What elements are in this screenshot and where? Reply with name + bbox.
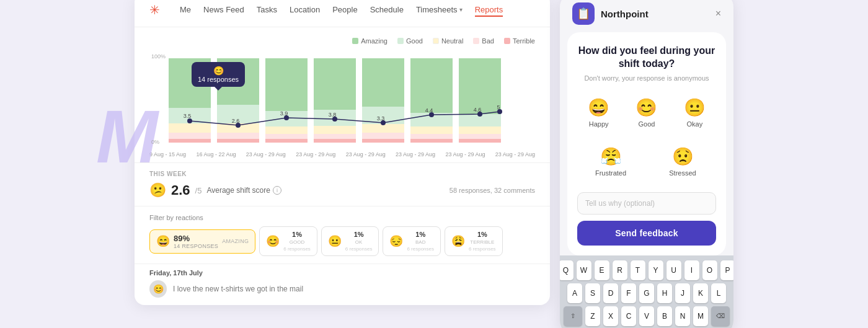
tell-why-input[interactable]: Tell us why (optional)	[577, 192, 716, 215]
svg-text:0%: 0%	[151, 139, 159, 145]
emoji-happy-label: Happy	[589, 120, 609, 128]
emoji-okay[interactable]: 😐 Okay	[673, 92, 716, 133]
reaction-good-pct: 1%	[292, 231, 302, 238]
nav-news-feed[interactable]: News Feed	[203, 2, 244, 17]
svg-rect-11	[217, 139, 259, 143]
reaction-good[interactable]: 😊 1% GOOD 6 responses	[259, 226, 317, 256]
reaction-bad[interactable]: 😔 1% BAD 6 responses	[383, 226, 441, 256]
key-i[interactable]: I	[684, 260, 699, 280]
reaction-good-type: GOOD	[290, 239, 304, 245]
date-label: Friday, 17th July	[149, 269, 535, 277]
key-f[interactable]: F	[621, 283, 636, 303]
key-h[interactable]: H	[657, 283, 672, 303]
key-y[interactable]: Y	[649, 260, 663, 280]
svg-rect-32	[459, 58, 501, 114]
this-week-section: THIS WEEK 😕 2.6 /5 Average shift score i…	[135, 162, 550, 206]
key-j[interactable]: J	[675, 283, 690, 303]
svg-text:3.9: 3.9	[280, 110, 288, 117]
nav-tasks[interactable]: Tasks	[257, 2, 277, 17]
key-d[interactable]: D	[603, 283, 618, 303]
send-feedback-button[interactable]: Send feedback	[577, 221, 716, 246]
emoji-good[interactable]: 😊 Good	[625, 92, 668, 133]
score-responses: 58 responses, 32 comments	[450, 187, 535, 194]
emoji-options-row1: 😄 Happy 😊 Good 😐 Okay	[577, 92, 716, 133]
reaction-terrible[interactable]: 😩 1% TERRIBLE 6 responses	[445, 226, 503, 256]
key-o[interactable]: O	[702, 260, 717, 280]
keyboard: Q W E R T Y U I O P A S D F G H J K L	[560, 255, 733, 328]
reaction-terrible-pct: 1%	[477, 231, 487, 238]
nav-bar: ✳ Me News Feed Tasks Location People Sch…	[135, 0, 550, 27]
close-button[interactable]: ×	[715, 9, 721, 19]
key-q[interactable]: Q	[560, 260, 574, 280]
chart-area: Amazing Good Neutral Bad Terrible	[135, 27, 550, 162]
legend-bad-dot	[473, 38, 479, 44]
key-z[interactable]: Z	[585, 306, 600, 326]
key-v[interactable]: V	[639, 306, 654, 326]
reaction-amazing-info: 89% 14 responses	[174, 234, 218, 249]
svg-rect-22	[362, 58, 404, 107]
key-k[interactable]: K	[693, 283, 708, 303]
score-label: Average shift score i	[206, 186, 281, 195]
svg-rect-6	[169, 139, 211, 143]
svg-point-37	[187, 118, 192, 123]
reaction-bad-type: BAD	[415, 239, 425, 245]
reaction-ok[interactable]: 😐 1% OK 6 responses	[321, 226, 379, 256]
key-backspace[interactable]: ⌫	[711, 306, 730, 326]
key-x[interactable]: X	[603, 306, 618, 326]
nav-schedule[interactable]: Schedule	[370, 2, 404, 17]
svg-rect-27	[410, 58, 453, 113]
nav-me[interactable]: Me	[180, 2, 191, 17]
key-e[interactable]: E	[595, 260, 609, 280]
key-s[interactable]: S	[585, 283, 600, 303]
svg-rect-2	[169, 58, 211, 108]
legend-terrible-dot	[504, 38, 510, 44]
key-p[interactable]: P	[720, 260, 734, 280]
reaction-ok-emoji: 😐	[328, 234, 342, 248]
phone-panel: 📋 Northpoint × How did you feel during y…	[560, 0, 733, 328]
score-emoji: 😕	[149, 182, 166, 198]
legend-amazing-dot	[352, 38, 358, 44]
info-icon[interactable]: i	[273, 186, 281, 195]
key-t[interactable]: T	[631, 260, 645, 280]
key-shift[interactable]: ⇧	[564, 306, 582, 326]
svg-rect-29	[410, 126, 453, 134]
reaction-ok-count: 6 responses	[345, 246, 373, 252]
emoji-okay-icon: 😐	[684, 97, 706, 118]
svg-text:2.6: 2.6	[232, 118, 240, 124]
svg-rect-26	[362, 139, 404, 143]
nav-timesheets[interactable]: Timesheets ▾	[416, 2, 463, 17]
key-m[interactable]: M	[693, 306, 708, 326]
svg-rect-30	[410, 134, 453, 139]
nav-reports[interactable]: Reports	[475, 2, 503, 17]
key-a[interactable]: A	[567, 283, 582, 303]
nav-location[interactable]: Location	[290, 2, 320, 17]
nav-people[interactable]: People	[332, 2, 357, 17]
key-w[interactable]: W	[577, 260, 591, 280]
reaction-good-emoji: 😊	[266, 234, 280, 248]
emoji-stressed[interactable]: 😟 Stressed	[649, 141, 716, 182]
reaction-amazing[interactable]: 😄 89% 14 responses AMAZING	[149, 229, 255, 254]
emoji-frustrated[interactable]: 😤 Frustrated	[577, 141, 644, 182]
emoji-happy[interactable]: 😄 Happy	[577, 92, 620, 133]
legend-terrible: Terrible	[504, 37, 535, 45]
this-week-label: THIS WEEK	[149, 171, 535, 177]
reaction-terrible-info: 1% TERRIBLE 6 responses	[469, 231, 496, 252]
key-g[interactable]: G	[639, 283, 654, 303]
emoji-frustrated-label: Frustrated	[595, 169, 626, 177]
modal-subtitle: Don't worry, your response is anonymous	[577, 74, 716, 82]
key-l[interactable]: L	[711, 283, 726, 303]
reaction-amazing-type: AMAZING	[222, 238, 249, 244]
score-left: 😕 2.6 /5 Average shift score i	[149, 182, 281, 198]
key-c[interactable]: C	[621, 306, 636, 326]
svg-rect-34	[459, 126, 501, 134]
comment-row: 😊 I love the new t-shirts we got in the …	[149, 280, 535, 298]
key-u[interactable]: U	[666, 260, 681, 280]
key-r[interactable]: R	[613, 260, 627, 280]
key-b[interactable]: B	[657, 306, 672, 326]
reaction-ok-pct: 1%	[354, 231, 364, 238]
key-n[interactable]: N	[675, 306, 690, 326]
reaction-terrible-type: TERRIBLE	[470, 239, 494, 245]
logo[interactable]: ✳	[149, 2, 160, 17]
score-row: 😕 2.6 /5 Average shift score i 58 respon…	[149, 182, 535, 198]
chart-x-labels: 9 Aug - 15 Aug 16 Aug - 22 Aug 23 Aug - …	[149, 149, 535, 157]
